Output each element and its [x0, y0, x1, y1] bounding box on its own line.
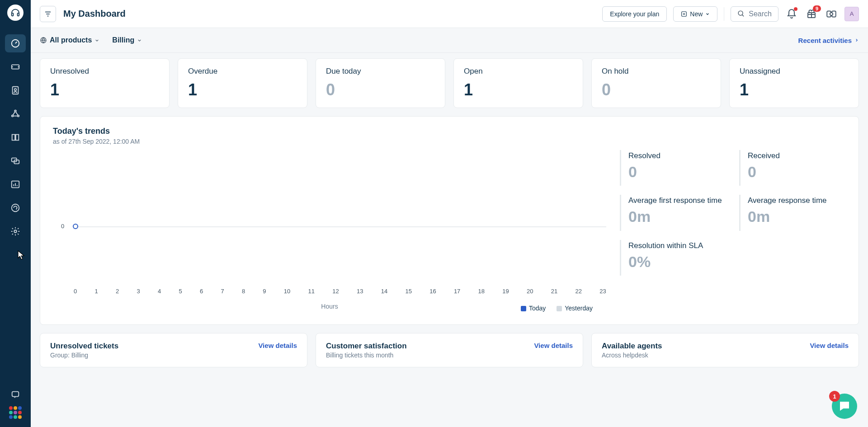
- mini-stat-value: 0: [628, 163, 726, 181]
- bcard-subtitle: Group: Billing: [50, 352, 118, 359]
- trends-card: Today's trends as of 27th Sep 2022, 12:0…: [40, 116, 859, 325]
- nav-bot[interactable]: [5, 199, 26, 217]
- nav-social[interactable]: [5, 105, 26, 123]
- mini-stat-label: Average first response time: [628, 196, 726, 206]
- bottom-card: Unresolved ticketsGroup: BillingView det…: [40, 333, 307, 367]
- stat-value: 0: [326, 80, 435, 99]
- mini-stat: Received0: [739, 150, 846, 186]
- nav-chat-icon[interactable]: [5, 385, 26, 404]
- stat-value: 1: [188, 80, 297, 99]
- chart-x-tick: 5: [179, 288, 182, 295]
- chevron-right-icon: [854, 38, 859, 42]
- plus-icon: [681, 11, 687, 17]
- view-details-link[interactable]: View details: [534, 342, 573, 349]
- svg-rect-0: [12, 13, 14, 16]
- chart-x-tick: 22: [575, 288, 581, 295]
- nav-analytics[interactable]: [5, 175, 26, 193]
- trends-chart: 0 01234567891011121314151617181920212223…: [53, 154, 606, 314]
- chart-x-tick: 4: [158, 288, 161, 295]
- group-label: Billing: [112, 36, 134, 44]
- products-label: All products: [50, 36, 92, 44]
- user-avatar[interactable]: A: [844, 7, 859, 21]
- stat-card[interactable]: Unresolved1: [40, 58, 170, 108]
- mini-stat-value: 0m: [628, 208, 726, 225]
- svg-rect-14: [12, 392, 19, 397]
- app-logo[interactable]: [7, 5, 24, 21]
- switcher-icon: [826, 8, 837, 20]
- chart-x-tick: 23: [599, 288, 606, 295]
- mini-stat-label: Resolution within SLA: [628, 241, 726, 251]
- mini-stat: Average first response time0m: [620, 195, 726, 230]
- legend-yesterday: Yesterday: [557, 305, 593, 312]
- chat-fab[interactable]: 1: [832, 394, 857, 419]
- chart-x-tick: 10: [284, 288, 290, 295]
- new-button[interactable]: New: [673, 6, 717, 22]
- bottom-card: Customer satisfactionBilling tickets thi…: [316, 333, 583, 367]
- bcard-subtitle: Across helpdesk: [602, 352, 662, 359]
- freshworks-switcher[interactable]: [825, 7, 838, 21]
- recent-activities-link[interactable]: Recent activities: [798, 37, 859, 44]
- new-label: New: [690, 10, 703, 18]
- stat-card[interactable]: Overdue1: [178, 58, 307, 108]
- chart-x-tick: 0: [74, 288, 77, 295]
- svg-rect-1: [18, 13, 19, 16]
- nav-admin[interactable]: [5, 222, 26, 240]
- chart-x-tick: 17: [454, 288, 460, 295]
- stat-label: Unassigned: [740, 67, 849, 76]
- svg-point-13: [14, 230, 17, 233]
- mini-stat: Average response time0m: [739, 195, 846, 230]
- trends-side-stats: Resolved0Received0Average first response…: [606, 150, 846, 276]
- globe-icon: [40, 37, 47, 44]
- subheader: All products Billing Recent activities: [31, 28, 868, 53]
- chart-legend: Today Yesterday: [521, 305, 593, 312]
- nav-contacts[interactable]: [5, 81, 26, 99]
- chart-x-tick: 7: [221, 288, 224, 295]
- stat-value: 0: [602, 80, 711, 99]
- apps-grid-icon[interactable]: [9, 406, 22, 419]
- stat-card[interactable]: Open1: [453, 58, 583, 108]
- view-details-link[interactable]: View details: [258, 342, 297, 349]
- filter-button[interactable]: [40, 6, 56, 22]
- chart-y-tick: 0: [61, 223, 64, 230]
- chart-gridline: [74, 226, 606, 227]
- view-details-link[interactable]: View details: [810, 342, 849, 349]
- chart-x-tick: 14: [381, 288, 387, 295]
- gift-button[interactable]: 9: [805, 7, 818, 21]
- chart-x-tick: 11: [308, 288, 315, 295]
- chart-x-tick: 15: [405, 288, 411, 295]
- stat-label: Open: [464, 67, 573, 76]
- mini-stat-label: Received: [748, 151, 846, 161]
- bottom-row: Unresolved ticketsGroup: BillingView det…: [40, 333, 859, 367]
- nav-forums[interactable]: [5, 152, 26, 170]
- chart-x-tick: 9: [263, 288, 266, 295]
- chart-x-tick: 3: [137, 288, 140, 295]
- nav-tickets[interactable]: [5, 58, 26, 76]
- products-filter[interactable]: All products: [40, 36, 99, 44]
- stat-card[interactable]: Unassigned1: [729, 58, 859, 108]
- search-button[interactable]: Search: [731, 6, 778, 22]
- group-filter[interactable]: Billing: [112, 36, 142, 44]
- chart-x-tick: 12: [332, 288, 339, 295]
- stat-card[interactable]: Due today0: [316, 58, 445, 108]
- explore-plan-button[interactable]: Explore your plan: [602, 6, 667, 22]
- stat-label: On hold: [602, 67, 711, 76]
- bcard-subtitle: Billing tickets this month: [326, 352, 407, 359]
- header: My Dashboard Explore your plan New Searc…: [31, 0, 868, 28]
- mini-stat-label: Resolved: [628, 151, 726, 161]
- svg-point-6: [14, 110, 16, 112]
- svg-point-20: [830, 12, 833, 15]
- stat-card[interactable]: On hold0: [591, 58, 721, 108]
- search-icon: [737, 10, 745, 18]
- chart-x-tick: 13: [357, 288, 363, 295]
- svg-point-5: [14, 89, 17, 91]
- mini-stat: Resolved0: [620, 150, 726, 186]
- chart-x-tick: 16: [429, 288, 436, 295]
- svg-point-8: [18, 115, 19, 117]
- nav-dashboard[interactable]: [5, 34, 26, 52]
- notifications-button[interactable]: [785, 7, 798, 21]
- mini-stat-label: Average response time: [748, 196, 846, 206]
- nav-solutions[interactable]: [5, 128, 26, 146]
- bcard-title: Available agents: [602, 342, 662, 351]
- chart-x-tick: 18: [478, 288, 485, 295]
- chart-x-tick: 19: [502, 288, 509, 295]
